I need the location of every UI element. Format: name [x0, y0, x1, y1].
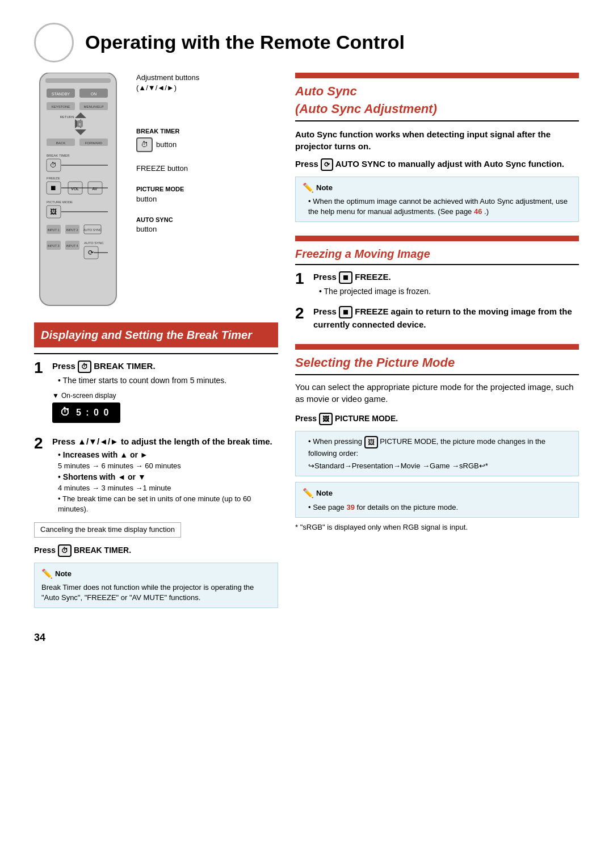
auto-sync-section: Auto Sync (Auto Sync Adjustment) Auto Sy…: [295, 73, 579, 222]
break-timer-step1: 1 Press ⏱ BREAK TIMER. The timer starts …: [34, 360, 278, 427]
cancel-box: Canceling the break time display functio…: [34, 522, 278, 540]
svg-text:⏹: ⏹: [50, 184, 57, 192]
break-timer-header: Displaying and Setting the Break Timer: [34, 322, 278, 347]
svg-text:AUTO SYNC: AUTO SYNC: [84, 241, 104, 245]
svg-text:INPUT 2: INPUT 2: [66, 228, 78, 232]
break-timer-note: ✏️ Note Break Timer does not function wh…: [34, 563, 278, 609]
adj-label: Adjustment buttons (▲/▼/◄/►): [136, 73, 278, 93]
svg-text:⏱: ⏱: [50, 161, 57, 169]
cancel-btn-icon: ⏱: [58, 544, 72, 557]
picture-mode-label: PICTURE MODE: [136, 185, 278, 194]
note-icon: ✏️: [41, 568, 53, 580]
page-number: 34: [34, 631, 579, 645]
svg-text:INPUT 4: INPUT 4: [66, 244, 78, 248]
break-timer-step2: 2 Press ▲/▼/◄/► to adjust the length of …: [34, 435, 278, 515]
picture-mode-note-btn: 🖼: [364, 436, 378, 448]
auto-sync-body2: Press ⟳ AUTO SYNC to manually adjust wit…: [295, 158, 579, 171]
svg-text:KEYSTONE: KEYSTONE: [52, 105, 70, 108]
auto-sync-note-page-link[interactable]: 46: [474, 207, 482, 216]
picture-mode-body: You can select the appropriate picture m…: [295, 381, 579, 405]
svg-text:VOL: VOL: [71, 187, 79, 191]
page-title: Operating with the Remote Control: [85, 29, 405, 56]
remote-control-labels: Adjustment buttons (▲/▼/◄/►) BREAK TIMER…: [136, 73, 278, 311]
svg-text:AUTO SYNC: AUTO SYNC: [83, 228, 102, 232]
svg-text:FREEZE: FREEZE: [47, 177, 60, 180]
auto-sync-sublabel: button: [136, 224, 278, 234]
svg-text:⟳: ⟳: [88, 249, 94, 257]
onscreen-box: ⏱ 5 : 0 0: [52, 402, 120, 422]
svg-text:PICTURE MODE: PICTURE MODE: [47, 200, 73, 204]
picture-mode-section: Selecting the Picture Mode You can selec…: [295, 344, 579, 532]
auto-sync-title: Auto Sync (Auto Sync Adjustment): [295, 83, 579, 118]
onscreen-display: On-screen display ⏱ 5 : 0 0: [52, 391, 278, 423]
picture-mode-sublabel: button: [136, 194, 278, 204]
freezing-step2: 2 Press ⏹ FREEZE again to return to the …: [295, 305, 579, 333]
break-timer-section: Displaying and Setting the Break Timer 1…: [34, 322, 278, 608]
auto-sync-body1: Auto Sync function works when detecting …: [295, 128, 579, 152]
picture-mode-btn-icon: 🖼: [319, 413, 333, 425]
svg-text:INPUT 3: INPUT 3: [48, 244, 60, 248]
svg-text:BREAK TIMER: BREAK TIMER: [47, 154, 70, 157]
svg-text:🖼: 🖼: [50, 208, 57, 216]
picture-mode-header: Selecting the Picture Mode: [295, 354, 579, 372]
mode-flow: ↪Standard→Presentation→Movie →Game →sRGB…: [308, 461, 572, 471]
freezing-section: Freezing a Moving Image 1 Press ⏹ FREEZE…: [295, 236, 579, 333]
break-timer-label: BREAK TIMER: [136, 127, 278, 136]
auto-sync-note-icon: ✏️: [303, 182, 314, 194]
svg-text:RETURN: RETURN: [60, 115, 74, 119]
picture-mode-note2: ✏️ Note See page 39 for details on the p…: [295, 482, 579, 518]
auto-sync-btn-ref: ⟳: [321, 158, 333, 171]
picture-mode-footnote: * "sRGB" is displayed only when RGB sign…: [295, 522, 579, 532]
picture-mode-page-link[interactable]: 39: [346, 503, 354, 511]
break-timer-sublabel: button: [156, 140, 177, 150]
freeze-label: FREEZE button: [136, 163, 278, 174]
break-timer-btn-icon: ⏱: [78, 360, 91, 373]
freezing-header: Freezing a Moving Image: [295, 246, 579, 262]
svg-text:E: E: [79, 123, 81, 126]
cancel-press: Press ⏱ BREAK TIMER.: [34, 544, 278, 557]
remote-control-diagram: STANDBY ON KEYSTONE MENU/HELP E RETURN: [34, 73, 125, 311]
svg-rect-1: [45, 78, 111, 83]
svg-text:MENU/HELP: MENU/HELP: [83, 105, 103, 108]
svg-text:AV: AV: [93, 187, 98, 191]
picture-mode-note-icon: ✏️: [303, 487, 314, 500]
auto-sync-label: AUTO SYNC: [136, 216, 278, 224]
picture-mode-press: Press 🖼 PICTURE MODE.: [295, 413, 579, 425]
freezing-step1: 1 Press ⏹ FREEZE. The projected image is…: [295, 271, 579, 297]
svg-text:INPUT 1: INPUT 1: [48, 228, 60, 232]
svg-text:FORWARD: FORWARD: [85, 141, 103, 145]
svg-text:BACK: BACK: [56, 141, 65, 145]
svg-text:ON: ON: [91, 92, 97, 96]
picture-mode-note: When pressing 🖼 PICTURE MODE, the pictur…: [295, 431, 579, 476]
svg-text:STANDBY: STANDBY: [52, 92, 70, 96]
freeze-btn-icon-1: ⏹: [339, 271, 352, 284]
auto-sync-note: ✏️ Note When the optimum image cannot be…: [295, 177, 579, 223]
freeze-btn-icon-2: ⏹: [339, 306, 352, 318]
